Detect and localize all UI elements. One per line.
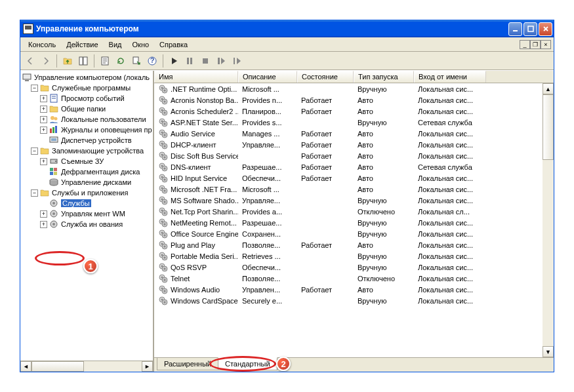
- service-row[interactable]: Acronis Nonstop Ba...Provides n...Работа…: [154, 94, 554, 106]
- service-desc: Manages ...: [238, 130, 297, 138]
- vscrollbar[interactable]: ▲ ▼: [543, 83, 554, 357]
- tab-extended[interactable]: Расширенный: [157, 358, 218, 370]
- tree-root[interactable]: Управление компьютером (локаль: [22, 72, 152, 83]
- tree-item[interactable]: +Съемные ЗУ: [22, 156, 152, 167]
- restart-service-button[interactable]: [214, 54, 228, 68]
- svg-point-55: [164, 134, 166, 136]
- service-row[interactable]: Plug and PlayПозволяе...РаботаетАвтоЛока…: [154, 239, 554, 250]
- service-logon: Локальная сис...: [414, 174, 486, 182]
- service-row[interactable]: .NET Runtime Opti...Microsoft ...Вручную…: [154, 83, 554, 94]
- tree-hscrollbar[interactable]: ◄ ►: [20, 361, 153, 372]
- service-row[interactable]: NetMeeting Remot...Разрешае...ВручнуюЛок…: [154, 217, 554, 228]
- service-row[interactable]: DHCP-клиентУправляе...РаботаетАвтоЛокаль…: [154, 139, 554, 150]
- menu-console[interactable]: Консоль: [23, 39, 61, 50]
- forward-button[interactable]: [39, 54, 53, 68]
- service-state: Работает: [297, 163, 354, 171]
- col-description[interactable]: Описание: [238, 71, 297, 83]
- menu-action[interactable]: Действие: [61, 39, 103, 50]
- vscroll-thumb[interactable]: [543, 94, 554, 160]
- service-row[interactable]: QoS RSVPОбеспечи...ВручнуюЛокальная сис.…: [154, 262, 554, 273]
- export-button[interactable]: [129, 54, 144, 68]
- service-row[interactable]: Disc Soft Bus ServiceРаботаетАвтоЛокальн…: [154, 150, 554, 161]
- service-row[interactable]: DNS-клиентРазрешае...РаботаетАвтоСетевая…: [154, 161, 554, 172]
- svg-point-74: [161, 187, 163, 189]
- stop-service-button[interactable]: [198, 54, 213, 68]
- expand-toggle[interactable]: −: [31, 147, 38, 155]
- service-row[interactable]: ASP.NET State Ser...Provides s...Вручную…: [154, 117, 554, 128]
- expand-toggle[interactable]: +: [40, 158, 47, 165]
- titlebar[interactable]: Управление компьютером: [20, 20, 554, 37]
- tree-item[interactable]: +Управляк мент WM: [22, 208, 152, 219]
- minimize-button[interactable]: [508, 22, 522, 36]
- col-logon[interactable]: Вход от имени: [414, 71, 486, 83]
- tree-item[interactable]: +Служба ин ования: [22, 219, 152, 229]
- expand-toggle[interactable]: +: [40, 210, 47, 218]
- service-row[interactable]: Audio ServiceManages ...РаботаетАвтоЛока…: [154, 128, 554, 139]
- tree-item[interactable]: +Просмотр событий: [22, 93, 152, 104]
- mdi-close[interactable]: ×: [541, 40, 551, 49]
- service-row[interactable]: Windows CardSpaceSecurely e...ВручнуюЛок…: [154, 295, 554, 306]
- refresh-button[interactable]: [113, 54, 128, 68]
- svg-point-106: [161, 276, 163, 278]
- expand-toggle[interactable]: +: [40, 106, 47, 113]
- hscroll-thumb[interactable]: [31, 361, 84, 372]
- help-button[interactable]: ?: [145, 54, 159, 68]
- mdi-minimize[interactable]: _: [520, 40, 530, 49]
- show-hide-tree-button[interactable]: [76, 54, 91, 68]
- properties-button[interactable]: [98, 54, 112, 68]
- service-row[interactable]: Office Source EngineСохранен...ВручнуюЛо…: [154, 228, 554, 239]
- tree-group[interactable]: −Запоминающие устройства: [22, 146, 152, 156]
- service-logon: Локальная сис...: [414, 96, 486, 104]
- tree-item[interactable]: Дефрагментация диска: [22, 167, 152, 177]
- menu-help[interactable]: Справка: [154, 39, 193, 50]
- scroll-right-button[interactable]: ►: [142, 361, 153, 372]
- tree-item[interactable]: Диспетчер устройств: [22, 135, 152, 146]
- scroll-left-button[interactable]: ◄: [20, 361, 31, 372]
- col-startup[interactable]: Тип запуска: [354, 71, 414, 83]
- tree-group[interactable]: −Службы и приложения: [22, 187, 152, 198]
- svg-point-95: [164, 245, 166, 247]
- tree-item[interactable]: +Журналы и оповещения пр: [22, 125, 152, 135]
- service-logon: Локальная сис...: [414, 141, 486, 149]
- back-button[interactable]: [23, 54, 37, 68]
- close-button[interactable]: [539, 22, 552, 36]
- service-row[interactable]: HID Input ServiceОбеспечи...РаботаетАвто…: [154, 172, 554, 184]
- service-row[interactable]: MS Software Shado...Управляе...ВручнуюЛо…: [154, 195, 554, 206]
- service-list[interactable]: .NET Runtime Opti...Microsoft ...Вручную…: [154, 83, 554, 357]
- col-name[interactable]: Имя: [154, 71, 238, 83]
- svg-point-79: [164, 201, 166, 203]
- mdi-restore[interactable]: ❐: [530, 40, 541, 49]
- service-row[interactable]: Microsoft .NET Fra...Microsoft ...АвтоЛо…: [154, 184, 554, 195]
- tree-group[interactable]: −Служебные программы: [22, 83, 152, 93]
- tree-item[interactable]: +Общие папки: [22, 104, 152, 114]
- service-row[interactable]: Acronis Scheduler2 ...Планиров...Работае…: [154, 106, 554, 117]
- up-button[interactable]: [60, 54, 75, 68]
- tab-standard[interactable]: Стандартный: [218, 357, 277, 370]
- tree[interactable]: Управление компьютером (локаль −Служебны…: [20, 71, 153, 361]
- service-state: Работает: [297, 241, 354, 249]
- svg-rect-2: [79, 57, 83, 65]
- expand-toggle[interactable]: +: [40, 221, 47, 228]
- tree-item[interactable]: +Локальные пользователи: [22, 114, 152, 125]
- service-logon: Локальная сис...: [414, 230, 486, 238]
- expand-toggle[interactable]: −: [31, 85, 38, 92]
- service-row[interactable]: Portable Media Seri...Retrieves ...Вручн…: [154, 250, 554, 262]
- service-row[interactable]: TelnetПозволяе...ОтключеноЛокальная сис.…: [154, 273, 554, 284]
- scroll-down-button[interactable]: ▼: [543, 346, 554, 357]
- expand-toggle[interactable]: −: [31, 189, 38, 197]
- service-row[interactable]: Net.Tcp Port Sharin...Provides a...Отклю…: [154, 206, 554, 217]
- service-row[interactable]: Windows AudioУправлен...РаботаетАвтоЛока…: [154, 284, 554, 295]
- pause-service-button[interactable]: [182, 54, 197, 68]
- menu-view[interactable]: Вид: [104, 39, 127, 50]
- expand-toggle[interactable]: +: [40, 127, 47, 134]
- col-state[interactable]: Состояние: [297, 71, 354, 83]
- start-service-button[interactable]: [167, 54, 181, 68]
- maximize-button[interactable]: [523, 22, 537, 36]
- scroll-up-button[interactable]: ▲: [543, 83, 554, 94]
- menu-window[interactable]: Окно: [127, 39, 155, 50]
- tree-item[interactable]: Службы: [22, 198, 152, 208]
- restart2-button[interactable]: [230, 54, 244, 68]
- expand-toggle[interactable]: +: [40, 116, 47, 123]
- expand-toggle[interactable]: +: [40, 95, 47, 102]
- tree-item[interactable]: Управление дисками: [22, 177, 152, 187]
